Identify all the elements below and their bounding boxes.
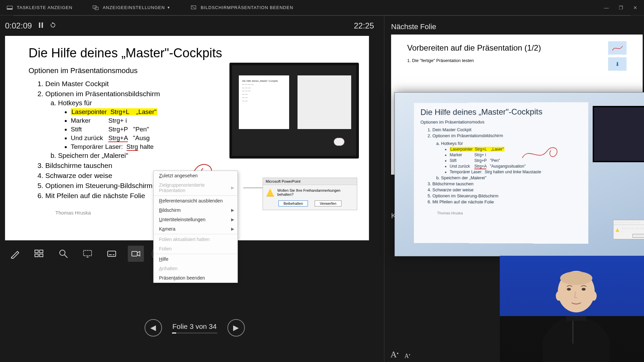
svg-point-25 (556, 291, 562, 301)
photo-dialog: Microsoft PowerPoint Wollen Sie Ihre Fre… (613, 220, 644, 239)
chevron-right-icon: ▶ (231, 185, 234, 190)
photo-slide-content: Die Hilfe deines „Master"-Cockpits Optio… (414, 102, 588, 244)
svg-rect-27 (566, 316, 586, 321)
photo-outline-item: Schwarze oder weise (432, 187, 588, 193)
next-slide-button[interactable]: ▶ (227, 319, 245, 337)
photo-slide-title: Die Hilfe deines „Master"-Cockpits (421, 107, 588, 117)
svg-rect-12 (40, 254, 43, 257)
black-screen-button[interactable] (79, 246, 96, 262)
ink-dialog: Microsoft PowerPoint Wollen Sie Ihre Fre… (263, 178, 357, 210)
next-slide-header: Nächste Folie (391, 22, 644, 31)
presenter-camera-feed[interactable] (500, 256, 644, 362)
svg-rect-9 (35, 250, 38, 253)
close-button[interactable]: ✕ (633, 5, 637, 10)
photo-outline-item: Bildschirme tauschen (432, 181, 588, 186)
current-slide-wrap: Die Hilfe deines „Master"-Cockpits Optio… (5, 36, 369, 240)
photo-outline-subitem: Hotkeys für Laserpointer Strg+L „Laser" … (441, 140, 588, 174)
photo-slide-author: Thomas Hruska (437, 211, 588, 215)
ctx-separator (154, 195, 237, 196)
hotkey-line: Stift Strg+P "Pen" (71, 126, 220, 133)
svg-line-5 (192, 6, 195, 8)
brain-icon (334, 138, 344, 146)
prev-slide-button[interactable]: ◀ (145, 319, 162, 337)
chevron-right-icon: ▶ (231, 208, 234, 213)
chevron-down-icon: ▼ (167, 6, 171, 9)
restore-button[interactable]: ❐ (619, 5, 623, 10)
svg-point-24 (582, 288, 586, 291)
timer-row: 0:02:09 22:25 (5, 16, 384, 36)
ctx-separator (154, 254, 237, 254)
reset-timer-button[interactable] (50, 22, 56, 29)
svg-rect-11 (35, 254, 38, 257)
ctx-camera[interactable]: Kamera▶ (154, 224, 237, 234)
outline-item: Optionen im Präsentationsbildschirm Hotk… (45, 90, 220, 160)
notes-font-size-controls: A▴ A▾ (390, 350, 410, 360)
left-pane: 0:02:09 22:25 Die Hilfe deines „Master"-… (0, 16, 384, 362)
dialog-connector (243, 188, 263, 188)
right-pane: Nächste Folie Vorbereiten auf die Präsen… (384, 16, 644, 362)
slide-progress-bar[interactable] (172, 333, 217, 334)
photo-outline-item: Optionen im Steuerung-Bildschirm (432, 193, 588, 199)
keep-button[interactable]: Beibehalten (278, 200, 308, 206)
end-show-icon (191, 5, 197, 11)
minimize-button[interactable]: — (604, 5, 609, 10)
pause-timer-button[interactable] (39, 22, 43, 29)
main-area: 0:02:09 22:25 Die Hilfe deines „Master"-… (0, 16, 644, 362)
discard-button[interactable]: Verwerfen (315, 200, 341, 206)
ctx-slides: Folien (154, 244, 237, 253)
subtitle-toggle-button[interactable] (104, 246, 120, 262)
increase-font-button[interactable]: A▴ (390, 350, 398, 360)
ctx-subtitle-settings[interactable]: Untertiteleinstellungen▶ (154, 215, 237, 224)
hotkey-line: Temporärer Laser: Strg halte (71, 143, 220, 150)
ctx-hide-presenter-view[interactable]: Referentenansicht ausblenden (154, 196, 237, 205)
window-controls: — ❐ ✕ (604, 5, 637, 10)
ctx-pause: Anhalten (154, 264, 237, 273)
hotkey-line: Marker Strg+ i (71, 117, 220, 124)
photo-mini-monitor (593, 106, 644, 162)
warning-icon (266, 188, 274, 196)
next-slide-thumb (608, 41, 627, 55)
slide-counter-label: Folie 3 von 34 (172, 322, 217, 330)
svg-point-23 (567, 288, 571, 291)
chevron-right-icon: ▶ (231, 227, 234, 231)
photo-outline-item: Dein Master Cockpit (432, 127, 588, 132)
outline-item: Dein Master Cockpit (45, 80, 220, 88)
hotkey-line: Laserpointer Strg+L „Laser" (71, 108, 220, 116)
chevron-right-icon: ▶ (231, 217, 234, 222)
display-settings-button[interactable]: ANZEIGEEINSTELLUNGEN ▼ (93, 5, 170, 11)
ctx-separator (154, 234, 237, 234)
outline-subitem: Speichern der „Malerei" (58, 152, 220, 160)
svg-rect-6 (39, 22, 40, 28)
ctx-last-viewed[interactable]: Zuletzt angesehen (154, 171, 237, 180)
svg-point-22 (560, 272, 592, 285)
context-menu[interactable]: Zuletzt angesehen Zielgruppenorientierte… (153, 171, 238, 283)
decrease-font-button[interactable]: A▾ (405, 353, 410, 360)
taskbar-icon (7, 5, 13, 11)
camera-toggle-button[interactable] (128, 246, 144, 262)
end-slideshow-button[interactable]: BILDSCHIRMPRÄSENTATION BEENDEN (191, 5, 293, 11)
next-slide-thumb-arrow: ⬇ (608, 57, 627, 71)
show-taskbar-button[interactable]: TASKLEISTE ANZEIGEN (7, 5, 72, 11)
photo-red-annotation (521, 144, 561, 163)
photo-outline-item: Optionen im Präsentationsbildschirm Hotk… (432, 133, 588, 180)
display-settings-label: ANZEIGEEINSTELLUNGEN (103, 5, 165, 10)
ctx-keep-slides-updated: Folien aktualisiert halten (154, 235, 237, 244)
svg-rect-1 (7, 8, 12, 9)
outline-text: Hotkeys für (58, 99, 92, 107)
zoom-button[interactable] (55, 246, 71, 262)
ctx-end-show[interactable]: Präsentation beenden (154, 273, 237, 283)
outline-item: Bildschirme tauschen (45, 162, 220, 170)
outline-text: Optionen im Präsentationsbildschirm (45, 90, 160, 98)
elapsed-time: 0:02:09 (5, 21, 32, 31)
slide-title: Die Hilfe deines „Master"-Cockpits (29, 46, 369, 60)
highlighted-text: Laserpointer Strg+L „Laser" (450, 147, 505, 152)
ctx-help[interactable]: Hilfe (154, 254, 237, 264)
see-all-slides-button[interactable] (31, 246, 47, 262)
svg-point-13 (60, 250, 65, 255)
ctx-screen[interactable]: Bildschirm▶ (154, 205, 237, 215)
pen-tool-button[interactable] (7, 246, 23, 262)
wall-clock: 22:25 (354, 21, 374, 31)
svg-rect-10 (40, 250, 43, 253)
presenter-top-bar: TASKLEISTE ANZEIGEN ANZEIGEEINSTELLUNGEN… (0, 0, 644, 15)
photo-outline-item: Mit Pfeilen auf die nächste Folie (432, 199, 588, 205)
